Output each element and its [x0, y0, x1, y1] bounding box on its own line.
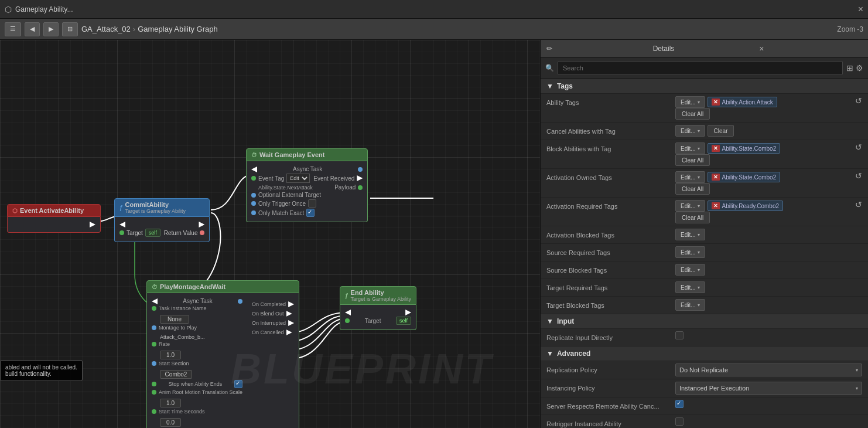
- hamburger-menu-button[interactable]: ☰: [5, 22, 21, 36]
- play-montage-and-wait-node[interactable]: ⏱ PlayMontageAndWait Async Task Task Ins…: [146, 280, 299, 428]
- task-instance-input[interactable]: [160, 315, 189, 324]
- anim-root-pin[interactable]: [152, 390, 156, 395]
- on-cancelled-pin[interactable]: [286, 330, 292, 335]
- target-pin[interactable]: [345, 318, 350, 323]
- replicate-input-row: Replicate Input Directly: [541, 329, 868, 347]
- source-blocked-tags-row: Source Blocked Tags Edit... ▾: [541, 261, 868, 279]
- wait-gameplay-event-node[interactable]: ⏱ Wait Gameplay Event Async Task Event T…: [246, 148, 368, 222]
- activation-owned-edit-button[interactable]: Edit... ▾: [675, 171, 705, 183]
- table-view-icon[interactable]: ⊞: [846, 63, 853, 73]
- details-panel: ✏ Details × 🔍 ⊞ ⚙ ▼ Tags Ability Tags: [540, 40, 868, 428]
- start-section-pin[interactable]: [152, 361, 156, 366]
- async-task-pin[interactable]: [238, 299, 242, 304]
- input-section-header[interactable]: ▼ Input: [541, 314, 868, 329]
- event-tag-dropdown[interactable]: Edit: [286, 174, 310, 183]
- event-received-pin[interactable]: [357, 175, 363, 181]
- event-tag-pin[interactable]: [251, 176, 256, 181]
- payload-pin[interactable]: [358, 185, 363, 190]
- retrigger-checkbox[interactable]: [675, 417, 684, 426]
- activation-required-ready-combo2-remove-button[interactable]: ✕: [712, 202, 720, 209]
- exec-in-pin[interactable]: [251, 167, 257, 172]
- only-trigger-pin[interactable]: [251, 201, 256, 206]
- advanced-section-header[interactable]: ▼ Advanced: [541, 347, 868, 361]
- commit-ability-node[interactable]: ƒ CommitAbility Target is Gameplay Abili…: [114, 198, 210, 242]
- instancing-policy-dropdown[interactable]: Instanced Per Execution ▾: [675, 382, 862, 395]
- target-blocked-tags-value: Edit... ▾: [675, 299, 862, 311]
- on-interrupted-pin[interactable]: [288, 320, 294, 326]
- target-required-edit-button[interactable]: Edit... ▾: [675, 281, 705, 293]
- ability-tags-reset-button[interactable]: ↺: [855, 96, 862, 106]
- details-close-button[interactable]: ×: [759, 44, 862, 53]
- server-respects-checkbox[interactable]: [675, 400, 684, 408]
- chevron-down-icon: ▾: [698, 303, 700, 308]
- activation-owned-clear-all-button[interactable]: Clear All: [675, 183, 710, 195]
- activation-required-reset-button[interactable]: ↺: [855, 200, 862, 209]
- end-ability-node[interactable]: ƒ End Ability Target is Gameplay Ability…: [340, 286, 416, 330]
- event-activate-ability-node[interactable]: ⬡ Event ActivateAbility: [7, 204, 101, 233]
- exec-in-pin[interactable]: [152, 298, 158, 304]
- return-value-pin[interactable]: [200, 230, 204, 235]
- block-state-combo2-remove-button[interactable]: ✕: [712, 145, 720, 152]
- activation-required-edit-button[interactable]: Edit... ▾: [675, 200, 705, 212]
- activation-required-clear-all-button[interactable]: Clear All: [675, 212, 710, 223]
- forward-button[interactable]: ▶: [43, 22, 59, 36]
- activation-owned-combo2-remove-button[interactable]: ✕: [712, 174, 720, 181]
- warning-tooltip: abled and will not be called. build func…: [0, 360, 83, 381]
- ability-tags-row: Ability Tags Edit... ▾ ✕ Abil: [541, 94, 868, 123]
- exec-out-pin[interactable]: [199, 222, 204, 227]
- rate-input[interactable]: [160, 351, 181, 359]
- target-pin[interactable]: [119, 230, 124, 235]
- anim-root-input[interactable]: [160, 399, 181, 407]
- window-close-button[interactable]: ×: [858, 4, 863, 15]
- exec-out-pin[interactable]: [90, 222, 95, 227]
- rate-pin[interactable]: [152, 342, 156, 347]
- only-match-checkbox[interactable]: [306, 209, 315, 217]
- target-required-tags-label: Target Required Tags: [546, 281, 675, 293]
- on-blend-out-pin[interactable]: [286, 311, 292, 317]
- exec-in-pin[interactable]: [119, 222, 125, 227]
- start-time-input[interactable]: [160, 418, 181, 427]
- exec-out-pin[interactable]: [405, 310, 411, 315]
- block-abilities-value: Edit... ▾ ✕ Ability.State.Combo2 Clear A…: [675, 142, 862, 166]
- only-trigger-checkbox[interactable]: [308, 199, 316, 208]
- blueprint-canvas[interactable]: ⬡ Event ActivateAbility ƒ CommitAbility …: [0, 40, 540, 428]
- settings-icon[interactable]: ⚙: [856, 63, 863, 73]
- details-search-input[interactable]: [558, 61, 843, 75]
- start-time-pin[interactable]: [152, 409, 156, 414]
- block-abilities-clear-all-button[interactable]: Clear All: [675, 154, 710, 166]
- breadcrumb-graph[interactable]: Gameplay Ability Graph: [138, 25, 218, 33]
- parent-graph-button[interactable]: ⊞: [62, 22, 78, 36]
- start-section-input[interactable]: [160, 370, 192, 379]
- target-in-pin[interactable]: [152, 306, 156, 311]
- only-match-pin[interactable]: [251, 210, 256, 215]
- back-button[interactable]: ◀: [25, 22, 40, 36]
- cancel-abilities-edit-button[interactable]: Edit... ▾: [675, 125, 705, 137]
- ability-tags-edit-button[interactable]: Edit... ▾: [675, 96, 705, 108]
- replication-policy-dropdown[interactable]: Do Not Replicate ▾: [675, 364, 862, 376]
- async-task-pin[interactable]: [358, 167, 363, 172]
- target-blocked-tags-row: Target Blocked Tags Edit... ▾: [541, 297, 868, 314]
- exec-in-pin[interactable]: [345, 310, 351, 315]
- ability-tags-clear-all-button[interactable]: Clear All: [675, 108, 710, 120]
- ability-action-attack-remove-button[interactable]: ✕: [712, 98, 720, 106]
- tags-section-header[interactable]: ▼ Tags: [541, 79, 868, 94]
- stop-ability-pin[interactable]: [152, 382, 156, 386]
- node-header: ⏱ PlayMontageAndWait: [146, 280, 299, 293]
- cancel-abilities-clear-button[interactable]: Clear: [708, 125, 734, 137]
- target-blocked-edit-button[interactable]: Edit... ▾: [675, 299, 705, 311]
- replicate-input-checkbox[interactable]: [675, 331, 684, 339]
- source-required-edit-button[interactable]: Edit... ▾: [675, 246, 705, 258]
- block-abilities-edit-button[interactable]: Edit... ▾: [675, 142, 705, 154]
- on-completed-pin[interactable]: [288, 301, 294, 307]
- source-blocked-edit-button[interactable]: Edit... ▾: [675, 264, 705, 276]
- chevron-down-icon: ▾: [856, 386, 858, 391]
- montage-pin[interactable]: [152, 325, 156, 330]
- activation-owned-reset-button[interactable]: ↺: [855, 171, 862, 181]
- activation-blocked-edit-button[interactable]: Edit... ▾: [675, 229, 705, 240]
- breadcrumb-root[interactable]: GA_Attack_02: [81, 25, 131, 33]
- cancel-abilities-value: Edit... ▾ Clear: [675, 125, 862, 137]
- opt-external-pin[interactable]: [251, 193, 256, 198]
- instancing-policy-row: Instancing Policy Instanced Per Executio…: [541, 379, 868, 398]
- stop-ability-checkbox[interactable]: [234, 380, 242, 388]
- block-abilities-reset-button[interactable]: ↺: [855, 142, 862, 152]
